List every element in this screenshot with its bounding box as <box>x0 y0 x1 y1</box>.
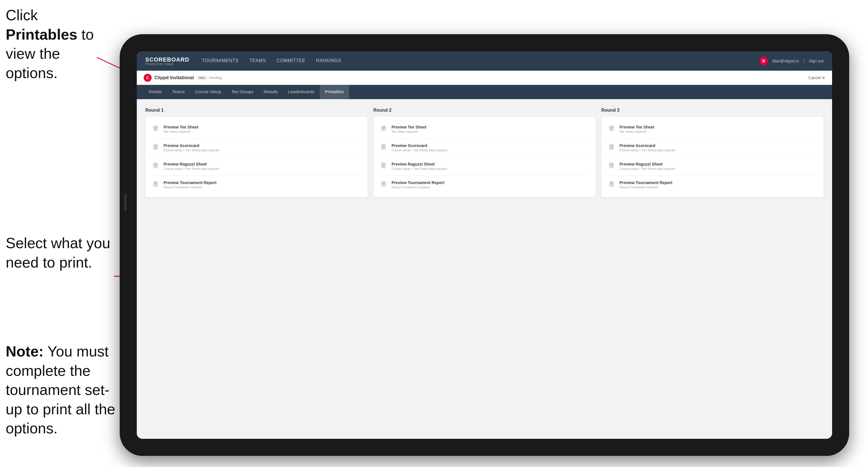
round-2-column: Round 2 Preview Tee Sheet Tee Sheet requ… <box>373 108 596 197</box>
print-subtitle: Tee Sheet required <box>620 130 654 133</box>
round-1-title: Round 1 <box>145 108 368 113</box>
top-nav-right: B blair@clippd.io | Sign out <box>760 57 824 65</box>
nav-rankings[interactable]: RANKINGS <box>315 56 342 66</box>
print-doc-icon <box>152 125 160 134</box>
print-item-r3-3[interactable]: Preview Tournament Report Round Completi… <box>606 177 819 193</box>
tab-tee-groups[interactable]: Tee Groups <box>226 85 259 99</box>
svg-rect-16 <box>381 126 385 131</box>
svg-rect-34 <box>610 128 613 128</box>
tab-leaderboards[interactable]: Leaderboards <box>283 85 320 99</box>
divider <box>378 138 591 139</box>
svg-rect-35 <box>610 128 612 129</box>
print-text-block: Preview Tournament Report Round Completi… <box>392 180 444 189</box>
print-subtitle: Tee Sheet required <box>163 130 198 133</box>
sign-out-link[interactable]: Sign out <box>809 59 824 63</box>
tab-details[interactable]: Details <box>144 85 167 99</box>
print-subtitle: Course setup + Tee Sheet data required <box>163 167 219 170</box>
top-nav: SCOREBOARD Powered by clippd TOURNAMENTS… <box>137 51 832 71</box>
print-text-block: Preview Raguzzi Sheet Course setup + Tee… <box>620 162 675 170</box>
tab-teams[interactable]: Teams <box>167 85 190 99</box>
nav-tournaments[interactable]: TOURNAMENTS <box>200 56 240 66</box>
print-doc-icon <box>152 143 160 152</box>
user-email: blair@clippd.io <box>773 59 799 63</box>
svg-rect-22 <box>382 146 385 147</box>
print-item-r2-0[interactable]: Preview Tee Sheet Tee Sheet required <box>378 121 591 137</box>
print-title: Preview Raguzzi Sheet <box>163 162 219 166</box>
print-subtitle: Round Completion required <box>163 186 217 189</box>
print-text-block: Preview Scorecard Course setup + Tee She… <box>163 143 219 152</box>
print-doc-icon <box>380 162 388 171</box>
print-doc-icon <box>380 143 388 152</box>
main-content: Round 1 Preview Tee Sheet Tee Sheet requ… <box>137 99 832 439</box>
print-doc-icon <box>152 180 160 189</box>
svg-rect-24 <box>381 163 385 168</box>
divider <box>150 176 363 176</box>
print-item-r1-3[interactable]: Preview Tournament Report Round Completi… <box>150 177 363 193</box>
print-subtitle: Course setup + Tee Sheet data required <box>392 149 447 152</box>
cancel-button[interactable]: Cancel ✕ <box>808 75 825 80</box>
tournament-badge: Men <box>197 75 208 80</box>
svg-rect-25 <box>382 164 385 164</box>
svg-rect-37 <box>610 145 613 146</box>
print-subtitle: Tee Sheet required <box>392 130 426 133</box>
svg-rect-7 <box>154 147 156 148</box>
svg-rect-0 <box>154 126 158 131</box>
print-item-r2-2[interactable]: Preview Raguzzi Sheet Course setup + Tee… <box>378 158 591 175</box>
round-3-column: Round 3 Preview Tee Sheet Tee Sheet requ… <box>601 108 824 197</box>
user-avatar: B <box>760 57 768 65</box>
svg-rect-44 <box>610 181 614 186</box>
print-item-r1-2[interactable]: Preview Raguzzi Sheet Course setup + Tee… <box>150 158 363 175</box>
print-title: Preview Raguzzi Sheet <box>392 162 447 166</box>
print-item-r1-1[interactable]: Preview Scorecard Course setup + Tee She… <box>150 140 363 156</box>
print-item-r3-0[interactable]: Preview Tee Sheet Tee Sheet required <box>606 121 819 137</box>
tab-course-setup[interactable]: Course Setup <box>190 85 226 99</box>
logo-main-text: SCOREBOARD <box>145 56 189 63</box>
print-item-r2-3[interactable]: Preview Tournament Report Round Completi… <box>378 177 591 193</box>
round-1-card: Preview Tee Sheet Tee Sheet required Pre… <box>145 117 368 197</box>
tablet-side-button <box>124 194 126 211</box>
print-title: Preview Tee Sheet <box>620 125 654 129</box>
svg-rect-26 <box>382 165 385 165</box>
svg-rect-27 <box>382 165 384 166</box>
svg-rect-29 <box>382 182 385 183</box>
divider <box>378 176 591 176</box>
svg-rect-21 <box>382 145 385 146</box>
print-title: Preview Tournament Report <box>620 180 673 185</box>
svg-rect-33 <box>610 127 613 127</box>
scoreboard-logo: SCOREBOARD Powered by clippd <box>145 57 189 65</box>
print-title: Preview Raguzzi Sheet <box>620 162 675 166</box>
svg-rect-43 <box>610 165 612 166</box>
divider <box>606 157 819 157</box>
divider <box>606 138 819 139</box>
print-item-r2-1[interactable]: Preview Scorecard Course setup + Tee She… <box>378 140 591 156</box>
annotation-bot: Note: You must complete the tournament s… <box>6 342 120 438</box>
print-text-block: Preview Tee Sheet Tee Sheet required <box>163 125 198 133</box>
print-doc-icon <box>608 162 616 171</box>
print-text-block: Preview Scorecard Course setup + Tee She… <box>620 143 675 152</box>
tab-printables[interactable]: Printables <box>320 85 349 99</box>
svg-rect-5 <box>154 145 157 146</box>
divider <box>150 138 363 139</box>
svg-rect-10 <box>154 165 157 165</box>
nav-teams[interactable]: TEAMS <box>248 56 267 66</box>
logo-sub-text: Powered by clippd <box>145 62 189 65</box>
tab-results[interactable]: Results <box>258 85 283 99</box>
print-doc-icon <box>380 180 388 189</box>
print-text-block: Preview Scorecard Course setup + Tee She… <box>392 143 447 152</box>
svg-rect-4 <box>154 144 158 149</box>
print-text-block: Preview Tournament Report Round Completi… <box>620 180 673 189</box>
print-title: Preview Scorecard <box>620 143 675 148</box>
print-item-r3-1[interactable]: Preview Scorecard Course setup + Tee She… <box>606 140 819 156</box>
svg-rect-28 <box>381 181 385 186</box>
annotation-mid: Select what you need to print. <box>6 234 114 272</box>
nav-committee[interactable]: COMMITTEE <box>276 56 307 66</box>
print-title: Preview Scorecard <box>392 143 447 148</box>
svg-rect-31 <box>382 184 384 185</box>
print-doc-icon <box>608 180 616 189</box>
annotation-top: Click Printables to view the options. <box>6 6 111 83</box>
divider <box>378 157 591 157</box>
print-item-r3-2[interactable]: Preview Raguzzi Sheet Course setup + Tee… <box>606 158 819 175</box>
print-item-r1-0[interactable]: Preview Tee Sheet Tee Sheet required <box>150 121 363 137</box>
svg-rect-18 <box>382 128 385 128</box>
print-doc-icon <box>152 162 160 171</box>
